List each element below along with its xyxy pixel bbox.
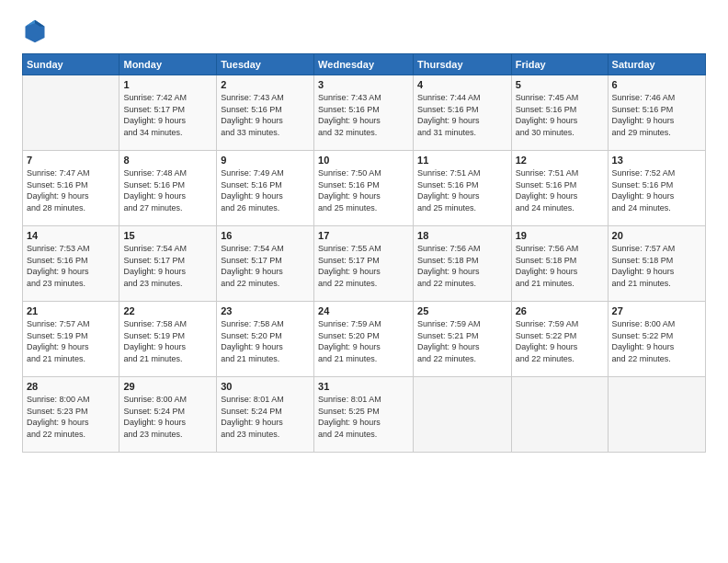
day-info: Sunrise: 7:46 AM Sunset: 5:16 PM Dayligh… [612, 92, 701, 138]
day-cell: 31Sunrise: 8:01 AM Sunset: 5:25 PM Dayli… [314, 377, 414, 453]
day-cell: 26Sunrise: 7:59 AM Sunset: 5:22 PM Dayli… [511, 302, 608, 377]
day-number: 11 [417, 155, 507, 166]
day-number: 29 [123, 381, 212, 392]
day-number: 21 [27, 305, 115, 316]
week-row-3: 14Sunrise: 7:53 AM Sunset: 5:16 PM Dayli… [23, 226, 706, 302]
day-cell: 4Sunrise: 7:44 AM Sunset: 5:16 PM Daylig… [414, 75, 512, 151]
day-info: Sunrise: 7:58 AM Sunset: 5:19 PM Dayligh… [123, 318, 212, 364]
day-number: 3 [318, 79, 409, 90]
day-cell [414, 377, 512, 453]
day-number: 15 [123, 230, 212, 241]
day-info: Sunrise: 7:51 AM Sunset: 5:16 PM Dayligh… [516, 167, 604, 213]
day-info: Sunrise: 7:54 AM Sunset: 5:17 PM Dayligh… [123, 243, 212, 289]
day-info: Sunrise: 7:56 AM Sunset: 5:18 PM Dayligh… [516, 243, 604, 289]
day-info: Sunrise: 7:59 AM Sunset: 5:22 PM Dayligh… [516, 318, 604, 364]
day-number: 28 [27, 381, 115, 392]
day-cell: 16Sunrise: 7:54 AM Sunset: 5:17 PM Dayli… [217, 226, 314, 302]
day-info: Sunrise: 8:01 AM Sunset: 5:24 PM Dayligh… [221, 394, 310, 440]
day-info: Sunrise: 8:00 AM Sunset: 5:23 PM Dayligh… [27, 394, 115, 440]
day-number: 30 [221, 381, 310, 392]
day-info: Sunrise: 7:59 AM Sunset: 5:21 PM Dayligh… [417, 318, 507, 364]
weekday-wednesday: Wednesday [314, 54, 414, 75]
day-number: 24 [318, 305, 409, 316]
day-number: 20 [612, 230, 701, 241]
day-cell: 20Sunrise: 7:57 AM Sunset: 5:18 PM Dayli… [608, 226, 705, 302]
day-cell: 8Sunrise: 7:48 AM Sunset: 5:16 PM Daylig… [119, 151, 217, 226]
day-info: Sunrise: 7:43 AM Sunset: 5:16 PM Dayligh… [318, 92, 409, 138]
week-row-2: 7Sunrise: 7:47 AM Sunset: 5:16 PM Daylig… [23, 151, 706, 226]
day-cell: 27Sunrise: 8:00 AM Sunset: 5:22 PM Dayli… [608, 302, 705, 377]
day-number: 19 [516, 230, 604, 241]
day-cell: 22Sunrise: 7:58 AM Sunset: 5:19 PM Dayli… [119, 302, 217, 377]
day-info: Sunrise: 7:42 AM Sunset: 5:17 PM Dayligh… [123, 92, 212, 138]
day-cell: 19Sunrise: 7:56 AM Sunset: 5:18 PM Dayli… [511, 226, 608, 302]
day-number: 8 [123, 155, 212, 166]
logo [22, 18, 51, 44]
weekday-sunday: Sunday [23, 54, 119, 75]
day-cell [511, 377, 608, 453]
day-info: Sunrise: 7:48 AM Sunset: 5:16 PM Dayligh… [123, 167, 212, 213]
day-cell: 2Sunrise: 7:43 AM Sunset: 5:16 PM Daylig… [217, 75, 314, 151]
day-info: Sunrise: 7:49 AM Sunset: 5:16 PM Dayligh… [221, 167, 310, 213]
day-cell: 24Sunrise: 7:59 AM Sunset: 5:20 PM Dayli… [314, 302, 414, 377]
day-cell: 18Sunrise: 7:56 AM Sunset: 5:18 PM Dayli… [414, 226, 512, 302]
day-cell: 17Sunrise: 7:55 AM Sunset: 5:17 PM Dayli… [314, 226, 414, 302]
weekday-monday: Monday [119, 54, 217, 75]
day-number: 4 [417, 79, 507, 90]
day-info: Sunrise: 8:00 AM Sunset: 5:22 PM Dayligh… [612, 318, 701, 364]
logo-icon [22, 18, 48, 44]
day-info: Sunrise: 7:45 AM Sunset: 5:16 PM Dayligh… [516, 92, 604, 138]
day-info: Sunrise: 7:53 AM Sunset: 5:16 PM Dayligh… [27, 243, 115, 289]
day-info: Sunrise: 8:01 AM Sunset: 5:25 PM Dayligh… [318, 394, 409, 440]
weekday-tuesday: Tuesday [217, 54, 314, 75]
calendar-body: 1Sunrise: 7:42 AM Sunset: 5:17 PM Daylig… [23, 75, 706, 453]
weekday-thursday: Thursday [414, 54, 512, 75]
day-number: 27 [612, 305, 701, 316]
day-cell: 6Sunrise: 7:46 AM Sunset: 5:16 PM Daylig… [608, 75, 705, 151]
day-number: 2 [221, 79, 310, 90]
weekday-friday: Friday [511, 54, 608, 75]
day-cell: 29Sunrise: 8:00 AM Sunset: 5:24 PM Dayli… [119, 377, 217, 453]
day-cell: 7Sunrise: 7:47 AM Sunset: 5:16 PM Daylig… [23, 151, 119, 226]
week-row-4: 21Sunrise: 7:57 AM Sunset: 5:19 PM Dayli… [23, 302, 706, 377]
day-cell: 30Sunrise: 8:01 AM Sunset: 5:24 PM Dayli… [217, 377, 314, 453]
day-info: Sunrise: 7:51 AM Sunset: 5:16 PM Dayligh… [417, 167, 507, 213]
day-cell: 13Sunrise: 7:52 AM Sunset: 5:16 PM Dayli… [608, 151, 705, 226]
page: SundayMondayTuesdayWednesdayThursdayFrid… [0, 0, 728, 563]
day-cell: 12Sunrise: 7:51 AM Sunset: 5:16 PM Dayli… [511, 151, 608, 226]
day-cell: 3Sunrise: 7:43 AM Sunset: 5:16 PM Daylig… [314, 75, 414, 151]
day-number: 5 [516, 79, 604, 90]
day-number: 25 [417, 305, 507, 316]
day-number: 31 [318, 381, 409, 392]
day-info: Sunrise: 7:56 AM Sunset: 5:18 PM Dayligh… [417, 243, 507, 289]
day-cell: 14Sunrise: 7:53 AM Sunset: 5:16 PM Dayli… [23, 226, 119, 302]
day-info: Sunrise: 7:57 AM Sunset: 5:19 PM Dayligh… [27, 318, 115, 364]
day-info: Sunrise: 7:57 AM Sunset: 5:18 PM Dayligh… [612, 243, 701, 289]
week-row-1: 1Sunrise: 7:42 AM Sunset: 5:17 PM Daylig… [23, 75, 706, 151]
day-info: Sunrise: 7:59 AM Sunset: 5:20 PM Dayligh… [318, 318, 409, 364]
day-cell: 10Sunrise: 7:50 AM Sunset: 5:16 PM Dayli… [314, 151, 414, 226]
day-info: Sunrise: 7:43 AM Sunset: 5:16 PM Dayligh… [221, 92, 310, 138]
day-number: 6 [612, 79, 701, 90]
week-row-5: 28Sunrise: 8:00 AM Sunset: 5:23 PM Dayli… [23, 377, 706, 453]
day-info: Sunrise: 8:00 AM Sunset: 5:24 PM Dayligh… [123, 394, 212, 440]
svg-marker-0 [26, 20, 45, 43]
day-cell [23, 75, 119, 151]
day-cell: 23Sunrise: 7:58 AM Sunset: 5:20 PM Dayli… [217, 302, 314, 377]
day-cell: 25Sunrise: 7:59 AM Sunset: 5:21 PM Dayli… [414, 302, 512, 377]
day-number: 14 [27, 230, 115, 241]
weekday-header-row: SundayMondayTuesdayWednesdayThursdayFrid… [23, 54, 706, 75]
day-cell: 21Sunrise: 7:57 AM Sunset: 5:19 PM Dayli… [23, 302, 119, 377]
day-info: Sunrise: 7:50 AM Sunset: 5:16 PM Dayligh… [318, 167, 409, 213]
day-cell: 5Sunrise: 7:45 AM Sunset: 5:16 PM Daylig… [511, 75, 608, 151]
day-number: 17 [318, 230, 409, 241]
day-number: 9 [221, 155, 310, 166]
day-number: 26 [516, 305, 604, 316]
weekday-saturday: Saturday [608, 54, 705, 75]
day-info: Sunrise: 7:52 AM Sunset: 5:16 PM Dayligh… [612, 167, 701, 213]
day-number: 1 [123, 79, 212, 90]
day-cell: 15Sunrise: 7:54 AM Sunset: 5:17 PM Dayli… [119, 226, 217, 302]
calendar-table: SundayMondayTuesdayWednesdayThursdayFrid… [22, 53, 706, 453]
day-number: 10 [318, 155, 409, 166]
day-cell [608, 377, 705, 453]
